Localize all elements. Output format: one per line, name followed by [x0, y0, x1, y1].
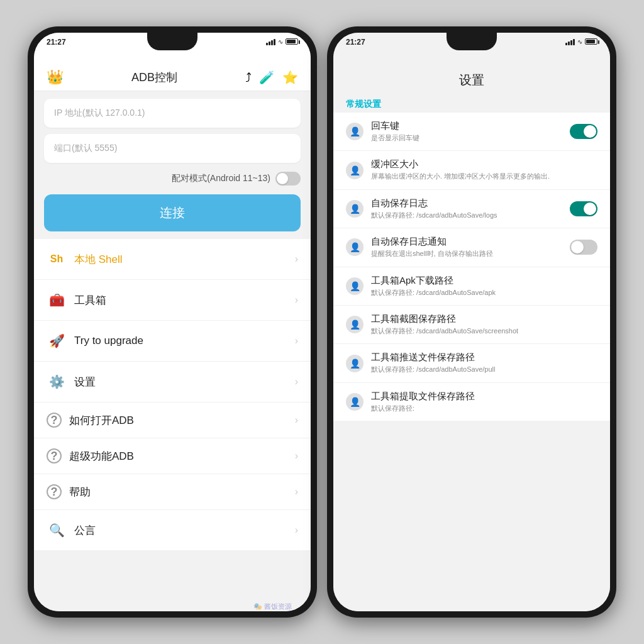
back-key-toggle[interactable] [570, 124, 597, 139]
autosave-desc: 默认保存路径: /sdcard/adbAutoSave/logs [371, 211, 562, 220]
push-path-desc: 默认保存路径: /sdcard/adbAutoSave/pull [371, 365, 597, 374]
menu-item-settings-label: 设置 [74, 375, 295, 389]
autosave-icon: 👤 [346, 200, 364, 218]
screenshot-path-desc: 默认保存路径: /sdcard/adbAutoSave/screenshot [371, 326, 597, 336]
menu-item-settings[interactable]: ⚙️ 设置 › [34, 362, 311, 402]
back-key-content: 回车键 是否显示回车键 [371, 120, 562, 143]
right-time: 21:27 [346, 38, 365, 47]
notify-toggle[interactable] [570, 240, 597, 255]
autosave-content: 自动保存日志 默认保存路径: /sdcard/adbAutoSave/logs [371, 197, 562, 220]
settings-body: 常规设置 👤 回车键 是否显示回车键 👤 缓冲 [333, 94, 610, 611]
menu-item-super-adb-label: 超级功能ADB [69, 449, 295, 464]
wifi-icon: ∿ [278, 38, 283, 45]
settings-item-autosave: 👤 自动保存日志 默认保存路径: /sdcard/adbAutoSave/log… [333, 190, 610, 228]
help-chevron-icon: › [295, 486, 298, 497]
battery-icon [286, 38, 298, 45]
settings-item-push-path: 👤 工具箱推送文件保存路径 默认保存路径: /sdcard/adbAutoSav… [333, 344, 610, 382]
settings-item-buffer: 👤 缓冲区大小 屏幕输出缓冲区的大小. 增加缓冲区大小将显示更多的输出. [333, 151, 610, 189]
forum-chevron-icon: › [295, 525, 298, 536]
header-icons: ⤴ 🧪 ⭐ [245, 70, 298, 85]
buffer-title: 缓冲区大小 [371, 158, 597, 170]
upgrade-chevron-icon: › [295, 335, 298, 347]
signal-icon [266, 38, 275, 45]
right-signal-icon [565, 38, 575, 45]
super-adb-icon: ? [47, 448, 62, 464]
back-key-icon: 👤 [346, 123, 364, 140]
left-screen-content: IP 地址(默认 127.0.0.1) 端口(默认 5555) 配对模式(And… [34, 91, 311, 611]
shell-chevron-icon: › [295, 253, 298, 265]
section-title: 常规设置 [333, 94, 610, 113]
super-adb-chevron-icon: › [295, 450, 298, 462]
crown-icon: 👑 [47, 69, 64, 86]
ip-input[interactable]: IP 地址(默认 127.0.0.1) [44, 99, 301, 128]
pull-path-icon: 👤 [346, 393, 364, 411]
menu-item-shell-label: 本地 Shell [74, 252, 295, 267]
settings-item-back-key: 👤 回车键 是否显示回车键 [333, 113, 610, 151]
settings-item-apk-path: 👤 工具箱Apk下载路径 默认保存路径: /sdcard/adbAutoSave… [333, 267, 610, 306]
menu-item-toolbox[interactable]: 🧰 工具箱 › [34, 280, 311, 321]
buffer-icon: 👤 [346, 162, 364, 179]
notify-desc: 提醒我在退出shell时, 自动保存输出路径 [371, 249, 562, 258]
forum-icon: 🔍 [47, 520, 67, 540]
settings-icon: ⚙️ [47, 372, 67, 392]
menu-item-upgrade[interactable]: 🚀 Try to upgrade › [34, 321, 311, 362]
settings-item-notify: 👤 自动保存日志通知 提醒我在退出shell时, 自动保存输出路径 [333, 228, 610, 267]
pair-mode-toggle[interactable] [275, 172, 301, 186]
pull-path-content: 工具箱提取文件保存路径 默认保存路径: [371, 391, 597, 413]
menu-item-toolbox-label: 工具箱 [74, 293, 295, 308]
notify-title: 自动保存日志通知 [371, 236, 562, 248]
screenshot-path-title: 工具箱截图保存路径 [371, 313, 597, 325]
notify-icon: 👤 [346, 238, 364, 256]
watermark: 🎭 酱饭资源 [253, 602, 292, 611]
toolbox-icon: 🧰 [47, 290, 67, 310]
help-icon: ? [47, 484, 62, 499]
connect-button[interactable]: 连接 [44, 194, 301, 231]
pair-mode-row: 配对模式(Android 11~13) [44, 169, 301, 188]
apk-path-title: 工具箱Apk下载路径 [371, 275, 597, 287]
settings-header: 设置 [333, 64, 610, 94]
how-adb-icon: ? [47, 413, 62, 428]
app-header: 👑 ADB控制 ⤴ 🧪 ⭐ [34, 64, 311, 91]
left-body: IP 地址(默认 127.0.0.1) 端口(默认 5555) 配对模式(And… [34, 91, 311, 239]
menu-list: Sh 本地 Shell › 🧰 工具箱 › 🚀 Try to upgrade [34, 239, 311, 551]
settings-chevron-icon: › [295, 376, 298, 387]
push-path-content: 工具箱推送文件保存路径 默认保存路径: /sdcard/adbAutoSave/… [371, 352, 597, 374]
autosave-toggle[interactable] [570, 201, 597, 216]
menu-item-forum[interactable]: 🔍 公言 › [34, 510, 311, 551]
toolbox-chevron-icon: › [295, 294, 298, 306]
pull-path-desc: 默认保存路径: [371, 404, 597, 413]
apk-path-icon: 👤 [346, 277, 364, 295]
lab-icon[interactable]: 🧪 [259, 70, 275, 85]
shell-icon: Sh [47, 249, 67, 269]
pull-path-title: 工具箱提取文件保存路径 [371, 391, 597, 402]
buffer-content: 缓冲区大小 屏幕输出缓冲区的大小. 增加缓冲区大小将显示更多的输出. [371, 158, 597, 181]
port-input[interactable]: 端口(默认 5555) [44, 134, 301, 163]
main-container: 21:27 ∿ 👑 ADB控制 ⤴ � [0, 0, 644, 644]
settings-screen: 设置 常规设置 👤 回车键 是否显示回车键 [333, 64, 610, 611]
screenshot-path-icon: 👤 [346, 316, 364, 333]
menu-item-how-adb[interactable]: ? 如何打开ADB › [34, 402, 311, 438]
push-path-title: 工具箱推送文件保存路径 [371, 352, 597, 364]
left-phone: 21:27 ∿ 👑 ADB控制 ⤴ � [28, 26, 317, 618]
autosave-title: 自动保存日志 [371, 197, 562, 209]
left-time: 21:27 [47, 38, 66, 47]
share-icon[interactable]: ⤴ [245, 70, 252, 85]
left-status-icons: ∿ [266, 38, 298, 45]
back-key-title: 回车键 [371, 120, 562, 132]
upgrade-icon: 🚀 [47, 331, 67, 351]
how-adb-chevron-icon: › [295, 414, 298, 426]
notify-content: 自动保存日志通知 提醒我在退出shell时, 自动保存输出路径 [371, 236, 562, 258]
star-icon[interactable]: ⭐ [282, 70, 298, 85]
settings-item-pull-path: 👤 工具箱提取文件保存路径 默认保存路径: [333, 383, 610, 421]
menu-item-upgrade-label: Try to upgrade [74, 335, 295, 347]
menu-item-forum-label: 公言 [74, 523, 295, 538]
pair-mode-label: 配对模式(Android 11~13) [172, 173, 270, 184]
right-battery-icon [585, 38, 597, 45]
menu-item-help[interactable]: ? 帮助 › [34, 474, 311, 510]
app-title: ADB控制 [131, 70, 177, 85]
right-status-bar: 21:27 ∿ [333, 33, 610, 64]
menu-item-super-adb[interactable]: ? 超级功能ADB › [34, 438, 311, 474]
menu-item-shell[interactable]: Sh 本地 Shell › [34, 239, 311, 280]
push-path-icon: 👤 [346, 355, 364, 372]
settings-title: 设置 [459, 72, 484, 89]
